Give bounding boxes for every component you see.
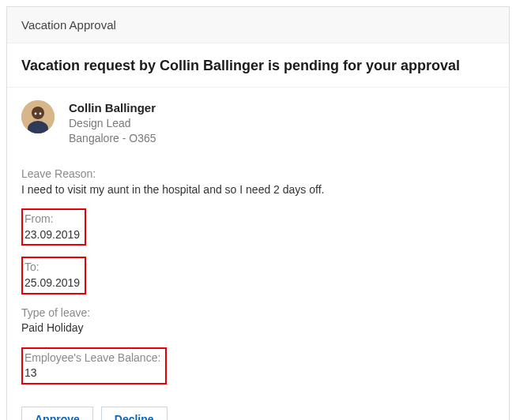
vacation-approval-card: Vacation Approval Vacation request by Co… bbox=[6, 6, 510, 420]
profile-name: Collin Ballinger bbox=[69, 100, 156, 116]
field-type: Type of leave: Paid Holiday bbox=[21, 306, 495, 336]
card-header: Vacation Approval bbox=[7, 7, 509, 43]
field-reason-label: Leave Reason: bbox=[21, 167, 495, 182]
avatar bbox=[21, 100, 55, 133]
svg-point-4 bbox=[40, 113, 42, 115]
field-to-label: To: bbox=[24, 260, 80, 276]
field-reason-value: I need to visit my aunt in the hospital … bbox=[21, 182, 495, 198]
avatar-icon bbox=[21, 100, 55, 133]
field-from-value: 23.09.2019 bbox=[24, 227, 80, 243]
field-balance-highlight: Employee's Leave Balance: 13 bbox=[21, 347, 167, 384]
action-bar: Approve Decline bbox=[7, 399, 509, 420]
field-type-value: Paid Holiday bbox=[21, 321, 495, 336]
field-type-label: Type of leave: bbox=[21, 306, 495, 321]
svg-point-3 bbox=[35, 113, 37, 115]
profile-meta: Collin Ballinger Design Lead Bangalore -… bbox=[69, 100, 156, 146]
card-headline: Vacation request by Collin Ballinger is … bbox=[7, 43, 509, 88]
field-to-value: 25.09.2019 bbox=[24, 276, 80, 291]
profile-role: Design Lead bbox=[69, 116, 156, 131]
decline-button[interactable]: Decline bbox=[101, 407, 168, 420]
field-from-label: From: bbox=[24, 212, 80, 227]
approve-button[interactable]: Approve bbox=[21, 407, 93, 420]
field-balance-value: 13 bbox=[24, 366, 160, 381]
field-from-highlight: From: 23.09.2019 bbox=[21, 208, 86, 246]
requester-profile: Collin Ballinger Design Lead Bangalore -… bbox=[7, 88, 509, 152]
profile-location: Bangalore - O365 bbox=[69, 131, 156, 146]
card-header-title: Vacation Approval bbox=[21, 18, 116, 32]
request-body: Leave Reason: I need to visit my aunt in… bbox=[7, 152, 509, 399]
field-balance-label: Employee's Leave Balance: bbox=[24, 351, 160, 366]
field-reason: Leave Reason: I need to visit my aunt in… bbox=[21, 167, 495, 197]
field-to-highlight: To: 25.09.2019 bbox=[21, 257, 86, 294]
svg-point-1 bbox=[32, 107, 44, 119]
